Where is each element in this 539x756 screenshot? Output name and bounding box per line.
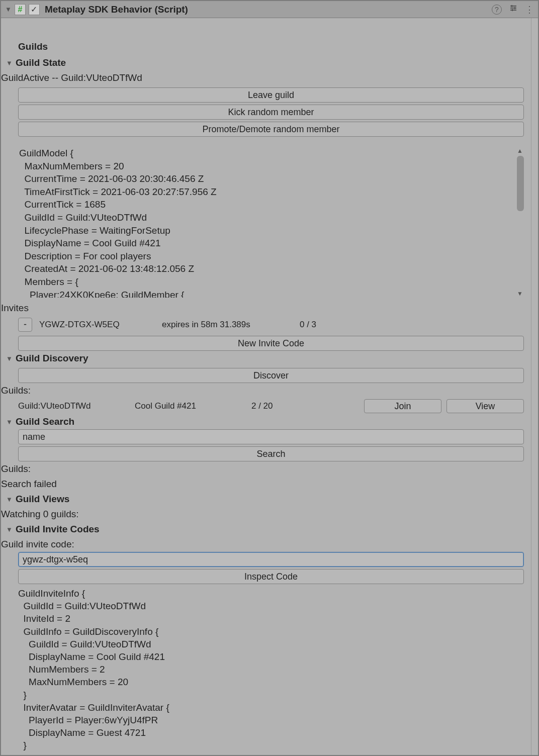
- foldout-guild-search[interactable]: ▼ Guild Search: [1, 414, 530, 429]
- guild-invite-info-text: GuildInviteInfo { GuildId = Guild:VUteoD…: [18, 587, 524, 755]
- chevron-down-icon: ▼: [6, 355, 13, 362]
- enabled-checkbox[interactable]: ✓: [29, 4, 40, 15]
- invite-count: 0 / 3: [300, 320, 316, 330]
- component-header: ▼ # ✓ Metaplay SDK Behavior (Script) ? ⋮: [1, 1, 538, 18]
- guild-model-text: GuildModel { MaxNumMembers = 20 CurrentT…: [19, 147, 524, 298]
- invite-code-input[interactable]: ygwz-dtgx-w5eq: [18, 552, 524, 567]
- foldout-guild-state[interactable]: ▼ Guild State: [1, 55, 530, 70]
- kebab-menu-icon[interactable]: ⋮: [525, 4, 534, 15]
- foldout-guild-views[interactable]: ▼ Guild Views: [1, 492, 530, 507]
- discovery-guilds-label: Guilds:: [1, 383, 530, 398]
- promote-demote-button[interactable]: Promote/Demote random member: [18, 122, 524, 137]
- guild-active-line: GuildActive -- Guild:VUteoDTfWd: [1, 70, 530, 85]
- help-icon[interactable]: ?: [492, 5, 502, 15]
- script-icon: #: [15, 4, 26, 15]
- remove-invite-button[interactable]: -: [18, 318, 32, 332]
- panel-scrollbar[interactable]: [531, 18, 538, 755]
- preset-icon[interactable]: [509, 4, 518, 15]
- foldout-icon[interactable]: ▼: [5, 6, 12, 13]
- chevron-down-icon: ▼: [6, 496, 13, 503]
- chevron-down-icon: ▼: [6, 59, 13, 67]
- discovery-row: Guild:VUteoDTfWd Cool Guild #421 2 / 20 …: [1, 398, 530, 414]
- scroll-down-icon[interactable]: ▼: [516, 290, 524, 298]
- foldout-label: Guild Search: [16, 416, 74, 427]
- inspect-code-button[interactable]: Inspect Code: [18, 569, 524, 584]
- invite-code-label: Guild invite code:: [1, 537, 530, 552]
- join-button[interactable]: Join: [364, 399, 441, 413]
- scroll-thumb[interactable]: [517, 156, 524, 211]
- new-invite-button[interactable]: New Invite Code: [18, 336, 524, 351]
- foldout-label: Guild Invite Codes: [16, 524, 100, 535]
- discovery-guild-count: 2 / 20: [251, 401, 322, 411]
- chevron-down-icon: ▼: [6, 526, 13, 533]
- foldout-label: Guild Views: [16, 494, 69, 505]
- view-button[interactable]: View: [446, 399, 524, 413]
- guilds-heading: Guilds: [1, 37, 530, 55]
- component-title: Metaplay SDK Behavior (Script): [45, 4, 188, 15]
- foldout-label: Guild State: [16, 57, 66, 68]
- foldout-guild-invite-codes[interactable]: ▼ Guild Invite Codes: [1, 522, 530, 537]
- invites-label: Invites: [1, 301, 530, 316]
- chevron-down-icon: ▼: [6, 418, 13, 426]
- guild-model-textarea[interactable]: GuildModel { MaxNumMembers = 20 CurrentT…: [19, 147, 524, 298]
- foldout-label: Guild Discovery: [16, 353, 88, 364]
- kick-random-button[interactable]: Kick random member: [18, 105, 524, 120]
- model-scrollbar[interactable]: ▲ ▼: [516, 147, 524, 298]
- guild-invite-info: GuildInviteInfo { GuildId = Guild:VUteoD…: [1, 584, 530, 755]
- search-input[interactable]: name: [18, 429, 524, 444]
- invite-expires: expires in 58m 31.389s: [162, 320, 293, 330]
- discover-button[interactable]: Discover: [18, 368, 524, 383]
- leave-guild-button[interactable]: Leave guild: [18, 87, 524, 103]
- panel-body: Guilds ▼ Guild State GuildActive -- Guil…: [1, 18, 530, 755]
- discovery-guild-id: Guild:VUteoDTfWd: [18, 401, 129, 411]
- search-button[interactable]: Search: [18, 446, 524, 461]
- foldout-guild-discovery[interactable]: ▼ Guild Discovery: [1, 351, 530, 366]
- scroll-up-icon[interactable]: ▲: [516, 147, 524, 155]
- search-guilds-label: Guilds:: [1, 461, 530, 477]
- search-result: Search failed: [1, 477, 530, 492]
- invite-code: YGWZ-DTGX-W5EQ: [39, 320, 155, 330]
- discovery-guild-name: Cool Guild #421: [135, 401, 245, 411]
- invite-row: - YGWZ-DTGX-W5EQ expires in 58m 31.389s …: [1, 316, 530, 334]
- watching-guilds: Watching 0 guilds:: [1, 507, 530, 522]
